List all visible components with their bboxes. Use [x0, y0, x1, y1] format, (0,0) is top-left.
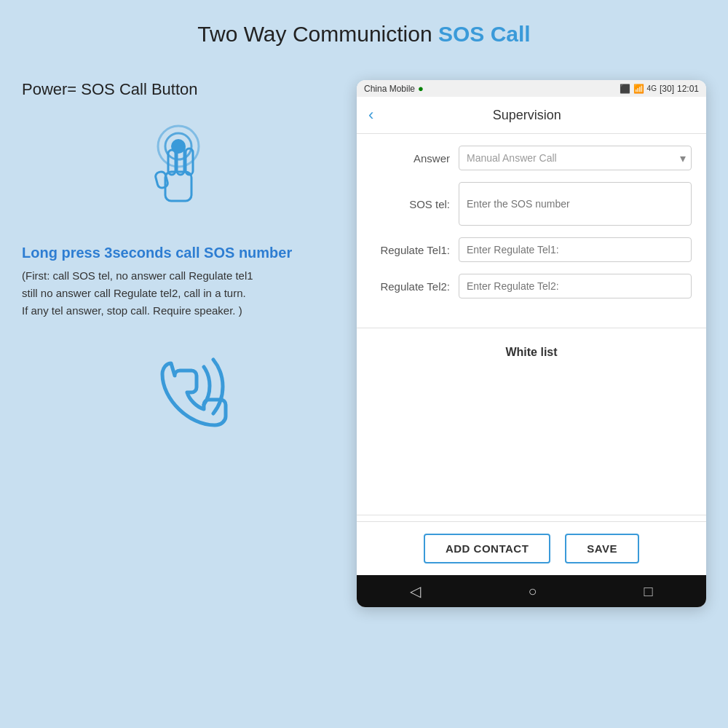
white-list-section: White list	[357, 334, 706, 509]
answer-wrapper[interactable]	[459, 146, 692, 170]
phone-mockup: China Mobile ● ⬛ 📶 4G [30] 12:01 ‹ Super…	[357, 80, 706, 607]
description-text: (First: call SOS tel, no answer call Reg…	[22, 267, 335, 320]
left-section: Power= SOS Call Button Long p	[22, 80, 335, 451]
bottom-divider	[357, 515, 706, 515]
title-text-main: Two Way Communiction	[197, 22, 438, 46]
sos-tel-row: SOS tel:	[371, 182, 692, 226]
bottom-buttons: ADD CONTACT SAVE	[357, 521, 706, 575]
status-bar-left: China Mobile ●	[364, 83, 424, 94]
regulate-tel1-label: Regulate Tel1:	[371, 244, 459, 256]
signal-icon: ⬛	[620, 84, 630, 94]
time-display: 12:01	[677, 84, 699, 94]
page-title: Two Way Communiction SOS Call	[0, 0, 728, 47]
save-button[interactable]: SAVE	[565, 534, 639, 563]
phone-icon-wrapper	[22, 334, 335, 451]
hand-icon-wrapper	[22, 106, 335, 223]
power-label: Power= SOS Call Button	[22, 80, 335, 99]
regulate-tel2-input[interactable]	[459, 274, 692, 298]
add-contact-button[interactable]: ADD CONTACT	[424, 534, 550, 563]
white-list-content	[371, 366, 692, 497]
phone-ring-icon	[120, 334, 237, 451]
answer-label: Answer	[371, 152, 459, 165]
hand-press-icon	[120, 106, 237, 223]
svg-rect-3	[165, 172, 191, 201]
regulate-tel2-label: Regulate Tel2:	[371, 280, 459, 293]
sos-tel-label: SOS tel:	[371, 198, 459, 210]
app-bar: ‹ Supervision	[357, 97, 706, 134]
nav-bar: ◁ ○ □	[357, 575, 706, 607]
screen-title: Supervision	[381, 108, 673, 123]
regulate-tel1-row: Regulate Tel1:	[371, 237, 692, 262]
answer-input[interactable]	[459, 146, 692, 170]
status-bar-right: ⬛ 📶 4G [30] 12:01	[620, 84, 699, 94]
divider	[357, 328, 706, 328]
nav-back-icon[interactable]: ◁	[410, 582, 421, 600]
wifi-icon: 📶	[633, 84, 644, 94]
wechat-icon: ●	[418, 83, 424, 94]
long-press-label: Long press 3seconds call SOS number	[22, 245, 335, 261]
answer-row: Answer	[371, 146, 692, 170]
network-icon: 4G	[647, 84, 657, 92]
sos-tel-input[interactable]	[459, 182, 692, 226]
regulate-tel1-input[interactable]	[459, 237, 692, 262]
nav-home-icon[interactable]: ○	[528, 583, 537, 600]
battery-icon: [30]	[660, 84, 674, 94]
white-list-title: White list	[371, 346, 692, 359]
regulate-tel2-row: Regulate Tel2:	[371, 274, 692, 298]
title-text-highlight: SOS Call	[438, 22, 531, 46]
form-area: Answer SOS tel: Regulate Tel1: Regulate …	[357, 134, 706, 322]
carrier-name: China Mobile	[364, 84, 415, 94]
status-bar: China Mobile ● ⬛ 📶 4G [30] 12:01	[357, 80, 706, 97]
nav-recent-icon[interactable]: □	[644, 583, 652, 600]
back-button[interactable]: ‹	[368, 106, 373, 124]
